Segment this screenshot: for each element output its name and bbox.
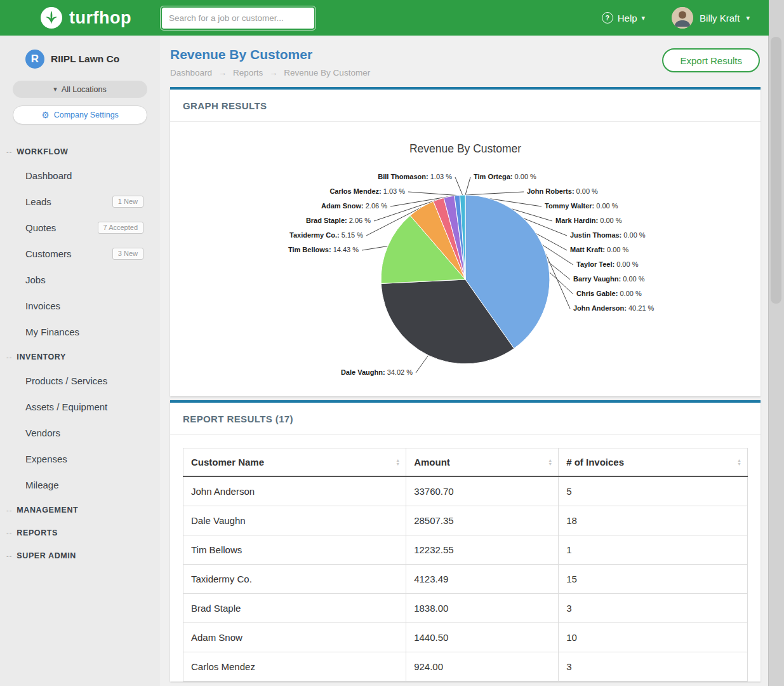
sidebar-item-jobs[interactable]: Jobs <box>0 267 160 293</box>
pie-label-dale-vaughn: Dale Vaughn: 34.02 % <box>341 368 413 376</box>
sidebar-item-assets-equipment[interactable]: Assets / Equipment <box>0 394 160 420</box>
column-header-invoices[interactable]: # of Invoices ▲▼ <box>559 448 748 477</box>
sidebar-item-dashboard[interactable]: Dashboard <box>0 163 160 189</box>
sidebar-item-quotes[interactable]: Quotes7 Accepted <box>0 215 160 241</box>
count-badge: 3 New <box>112 248 143 260</box>
top-navbar: turfhop ? Help ▾ Billy Kraft ▾ <box>0 0 769 36</box>
arrow-right-icon: → <box>269 68 277 77</box>
location-selector[interactable]: ▾ All Locations <box>13 81 147 98</box>
table-row: John Anderson33760.705 <box>183 476 748 506</box>
sidebar-item-mileage[interactable]: Mileage <box>0 472 160 498</box>
tree-dash-icon: -- <box>6 353 12 361</box>
label-leader-line <box>362 246 388 251</box>
sidebar: R RIIPL Lawn Co ▾ All Locations ⚙ Compan… <box>0 36 160 686</box>
table-cell: Adam Snow <box>183 623 406 652</box>
breadcrumb-dashboard[interactable]: Dashboard <box>170 68 212 77</box>
table-cell: 12232.55 <box>406 535 559 565</box>
pie-label-tim-ortega: Tim Ortega: 0.00 % <box>474 173 536 180</box>
sidebar-item-invoices[interactable]: Invoices <box>0 293 160 319</box>
report-table: Customer Name ▲▼ Amount ▲▼ # of Invoices… <box>183 448 748 682</box>
sidebar-item-customers[interactable]: Customers3 New <box>0 241 160 267</box>
count-badge: 7 Accepted <box>98 222 143 234</box>
main-content: Revenue By Customer Dashboard → Reports … <box>160 36 769 686</box>
page-header: Revenue By Customer Dashboard → Reports … <box>160 36 769 87</box>
user-name: Billy Kraft <box>700 13 740 24</box>
tree-dash-icon: -- <box>6 552 12 560</box>
table-cell: 33760.70 <box>406 476 559 506</box>
user-menu[interactable]: Billy Kraft ▾ <box>672 7 750 29</box>
table-cell: Tim Bellows <box>183 535 406 565</box>
pie-label-chris-gable: Chris Gable: 0.00 % <box>576 290 642 297</box>
search-input[interactable] <box>162 8 314 29</box>
pie-label-tim-bellows: Tim Bellows: 14.43 % <box>288 246 359 253</box>
breadcrumb-current: Revenue By Customer <box>284 68 370 77</box>
help-menu[interactable]: ? Help ▾ <box>602 12 645 24</box>
table-cell: Brad Staple <box>183 594 406 623</box>
label-leader-line <box>416 356 429 373</box>
company-settings-button[interactable]: ⚙ Company Settings <box>13 105 147 124</box>
table-cell: 18 <box>559 506 748 535</box>
tree-dash-icon: -- <box>6 148 12 156</box>
sort-icon[interactable]: ▲▼ <box>548 459 552 466</box>
pie-label-barry-vaughn: Barry Vaughn: 0.00 % <box>573 275 645 283</box>
table-cell: Carlos Mendez <box>183 652 406 682</box>
column-header-amount[interactable]: Amount ▲▼ <box>406 448 559 477</box>
company-logo: R <box>25 50 44 69</box>
label-leader-line <box>465 177 470 195</box>
avatar-image <box>672 7 693 29</box>
table-cell: 1838.00 <box>406 594 559 623</box>
table-cell: 924.00 <box>406 652 559 682</box>
pie-label-carlos-mendez: Carlos Mendez: 1.03 % <box>329 187 405 195</box>
breadcrumb-reports[interactable]: Reports <box>233 68 263 77</box>
turfhop-logo[interactable]: turfhop <box>39 6 131 30</box>
table-row: Adam Snow1440.5010 <box>183 623 748 652</box>
brand-name: turfhop <box>69 8 131 28</box>
help-label: Help <box>618 13 637 24</box>
sidebar-item-products-services[interactable]: Products / Services <box>0 368 160 394</box>
sidebar-section-super-admin[interactable]: --SUPER ADMIN <box>0 544 160 567</box>
chevron-down-icon: ▾ <box>642 14 646 22</box>
sidebar-section-management[interactable]: --MANAGEMENT <box>0 498 160 521</box>
pie-label-matt-kraft: Matt Kraft: 0.00 % <box>570 246 629 253</box>
pie-label-mark-hardin: Mark Hardin: 0.00 % <box>555 217 622 224</box>
sidebar-item-leads[interactable]: Leads1 New <box>0 189 160 215</box>
sidebar-section-inventory[interactable]: --INVENTORY <box>0 345 160 368</box>
count-badge: 1 New <box>112 196 143 208</box>
sidebar-section-reports[interactable]: --REPORTS <box>0 521 160 544</box>
pie-label-justin-thomas: Justin Thomas: 0.00 % <box>570 231 646 239</box>
tree-dash-icon: -- <box>6 529 12 537</box>
table-cell: 1440.50 <box>406 623 559 652</box>
sidebar-item-expenses[interactable]: Expenses <box>0 446 160 472</box>
pie-label-taylor-teel: Taylor Teel: 0.00 % <box>576 260 639 268</box>
sort-icon[interactable]: ▲▼ <box>395 459 400 466</box>
pie-label-john-roberts: John Roberts: 0.00 % <box>527 187 598 195</box>
graph-results-card: GRAPH RESULTS Revenue By CustomerJohn An… <box>170 87 761 396</box>
table-header-row: Customer Name ▲▼ Amount ▲▼ # of Invoices… <box>183 448 748 477</box>
table-cell: 5 <box>559 476 748 506</box>
scrollbar-track[interactable] <box>768 0 784 686</box>
scrollbar-thumb[interactable] <box>771 37 781 304</box>
table-row: Tim Bellows12232.551 <box>183 535 748 565</box>
sort-icon[interactable]: ▲▼ <box>737 459 741 466</box>
table-cell: 1 <box>559 535 748 565</box>
sidebar-item-my-finances[interactable]: My Finances <box>0 319 160 345</box>
turfhop-logo-icon <box>39 6 63 30</box>
table-cell: 3 <box>559 652 748 682</box>
report-table-wrap: Customer Name ▲▼ Amount ▲▼ # of Invoices… <box>170 435 761 682</box>
sidebar-section-workflow[interactable]: --WORKFLOW <box>0 140 160 163</box>
report-card-title: REPORT RESULTS (17) <box>170 403 761 435</box>
topbar-right: ? Help ▾ Billy Kraft ▾ <box>602 7 769 29</box>
table-cell: 4123.49 <box>406 565 559 594</box>
report-results-card: REPORT RESULTS (17) Customer Name ▲▼ Amo… <box>170 400 761 682</box>
sidebar-item-vendors[interactable]: Vendors <box>0 420 160 446</box>
chevron-down-icon: ▾ <box>53 85 57 93</box>
table-cell: Taxidermy Co. <box>183 565 406 594</box>
pie-label-john-anderson: John Anderson: 40.21 % <box>573 304 654 312</box>
export-results-button[interactable]: Export Results <box>662 48 760 72</box>
location-label: All Locations <box>62 85 107 94</box>
graph-card-title: GRAPH RESULTS <box>170 90 761 122</box>
column-header-customer-name[interactable]: Customer Name ▲▼ <box>183 448 406 477</box>
label-leader-line <box>455 177 463 195</box>
table-row: Taxidermy Co.4123.4915 <box>183 565 748 594</box>
tree-dash-icon: -- <box>6 506 12 514</box>
